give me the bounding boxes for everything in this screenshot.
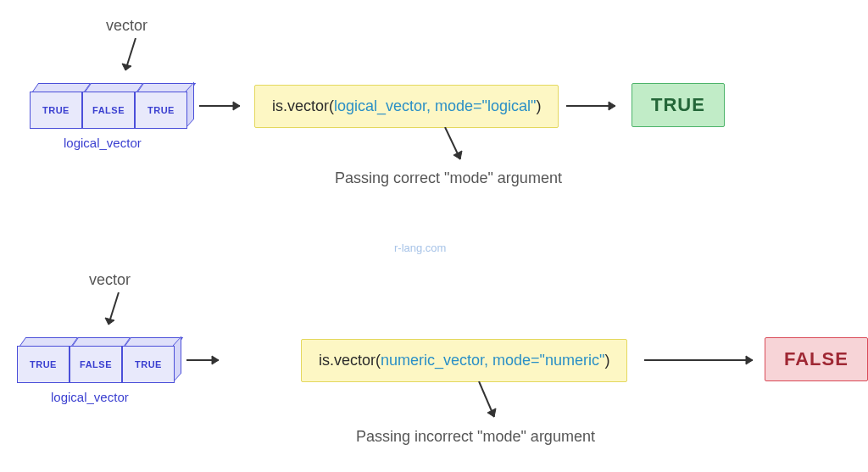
vector-name-bottom: logical_vector <box>51 390 129 404</box>
diagram-top-section: vector TRUE FALSE TRUE logical_vector <box>0 17 868 203</box>
vector-cell: TRUE <box>122 339 175 381</box>
result-false-box: FALSE <box>765 337 868 381</box>
vector-cell: TRUE <box>30 85 82 127</box>
vector-name-top: logical_vector <box>64 136 142 150</box>
vector-label-bottom: vector <box>89 271 131 289</box>
svg-marker-5 <box>609 102 615 110</box>
watermark: r-lang.com <box>394 242 446 254</box>
annotation-top: Passing correct "mode" argument <box>335 169 562 187</box>
vector-3d-top: TRUE FALSE TRUE <box>30 85 187 127</box>
svg-marker-1 <box>122 64 131 70</box>
arrow-annotation-bottom <box>470 381 513 428</box>
svg-marker-9 <box>105 318 114 325</box>
vector-cell: FALSE <box>82 85 135 127</box>
arrow-code-to-result-top <box>566 97 626 114</box>
arrow-vector-label-bottom <box>102 292 136 335</box>
vector-cell: TRUE <box>135 85 187 127</box>
diagram-bottom-section: vector TRUE FALSE TRUE logical_vector <box>0 271 868 458</box>
code-box-bottom: is.vector(numeric_vector, mode="numeric"… <box>301 339 627 382</box>
arrow-vector-label-top <box>119 38 153 81</box>
code-box-top: is.vector(logical_vector, mode="logical"… <box>254 85 559 128</box>
arrow-vector-to-code-top <box>199 97 250 114</box>
svg-marker-11 <box>212 356 219 364</box>
vector-cell: FALSE <box>70 339 122 381</box>
result-true-box: TRUE <box>632 83 725 127</box>
svg-marker-3 <box>233 102 240 110</box>
arrow-code-to-result-bottom <box>644 352 763 369</box>
svg-marker-13 <box>746 356 753 364</box>
annotation-bottom: Passing incorrect "mode" argument <box>356 428 595 446</box>
arrow-vector-to-code-bottom <box>186 352 297 369</box>
vector-label-top: vector <box>106 17 147 35</box>
arrow-annotation-top <box>437 127 479 169</box>
vector-3d-bottom: TRUE FALSE TRUE <box>17 339 175 381</box>
vector-cell: TRUE <box>17 339 70 381</box>
